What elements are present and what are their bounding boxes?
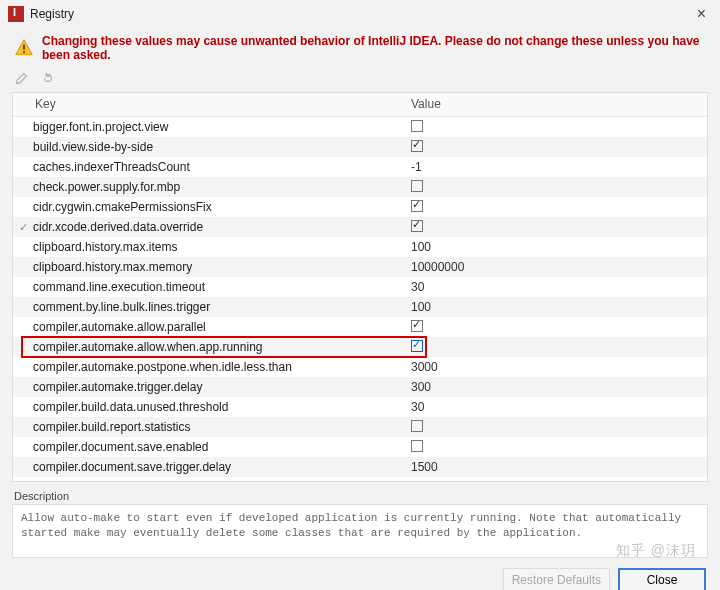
table-row[interactable]: clipboard.history.max.memory10000000 <box>13 257 707 277</box>
column-header-value[interactable]: Value <box>403 93 707 116</box>
table-header: Key Value <box>13 93 707 117</box>
dialog-footer: Restore Defaults Close <box>0 558 720 590</box>
row-value[interactable] <box>403 120 707 135</box>
row-key: cidr.cygwin.cmakePermissionsFix <box>33 200 403 214</box>
row-value[interactable]: 100 <box>403 300 707 314</box>
toolbar <box>0 66 720 92</box>
table-row[interactable]: build.view.side-by-side <box>13 137 707 157</box>
table-row[interactable]: compiler.build.data.unused.threshold30 <box>13 397 707 417</box>
close-button[interactable]: Close <box>618 568 706 590</box>
row-value[interactable]: 300000 <box>403 480 707 481</box>
table-row[interactable]: compiler.automake.allow.parallel <box>13 317 707 337</box>
row-key: compiler.automake.allow.parallel <box>33 320 403 334</box>
row-value[interactable]: 100 <box>403 240 707 254</box>
table-row[interactable]: clipboard.history.max.items100 <box>13 237 707 257</box>
table-row[interactable]: compiler.external.javac.keep.alive.timeo… <box>13 477 707 481</box>
description-label: Description <box>14 490 706 502</box>
row-key: compiler.build.data.unused.threshold <box>33 400 403 414</box>
warning-banner: Changing these values may cause unwanted… <box>0 28 720 66</box>
table-row[interactable]: compiler.automake.postpone.when.idle.les… <box>13 357 707 377</box>
row-value[interactable] <box>403 320 707 335</box>
row-value[interactable] <box>403 420 707 435</box>
registry-table: Key Value bigger.font.in.project.viewbui… <box>12 92 708 482</box>
row-key: command.line.execution.timeout <box>33 280 403 294</box>
row-key: compiler.automake.allow.when.app.running <box>33 340 403 354</box>
row-key: clipboard.history.max.items <box>33 240 403 254</box>
row-value[interactable]: 3000 <box>403 360 707 374</box>
table-row[interactable]: compiler.build.report.statistics <box>13 417 707 437</box>
table-body: bigger.font.in.project.viewbuild.view.si… <box>13 117 707 481</box>
table-row[interactable]: check.power.supply.for.mbp <box>13 177 707 197</box>
row-value[interactable]: 1500 <box>403 460 707 474</box>
checkbox[interactable] <box>411 140 423 152</box>
checkbox[interactable] <box>411 320 423 332</box>
checkbox[interactable] <box>411 200 423 212</box>
row-key: build.view.side-by-side <box>33 140 403 154</box>
table-row[interactable]: comment.by.line.bulk.lines.trigger100 <box>13 297 707 317</box>
row-key: compiler.external.javac.keep.alive.timeo… <box>33 480 403 481</box>
checkbox[interactable] <box>411 120 423 132</box>
row-value[interactable]: 30 <box>403 280 707 294</box>
checkbox[interactable] <box>411 220 423 232</box>
description-text: Allow auto-make to start even if develop… <box>12 504 708 558</box>
row-value[interactable] <box>403 180 707 195</box>
row-key: caches.indexerThreadsCount <box>33 160 403 174</box>
row-value[interactable] <box>403 140 707 155</box>
window-title: Registry <box>30 7 74 21</box>
row-key: check.power.supply.for.mbp <box>33 180 403 194</box>
restore-defaults-button[interactable]: Restore Defaults <box>503 568 610 590</box>
table-row[interactable]: cidr.cygwin.cmakePermissionsFix <box>13 197 707 217</box>
row-key: compiler.automake.trigger.delay <box>33 380 403 394</box>
table-row[interactable]: compiler.document.save.trigger.delay1500 <box>13 457 707 477</box>
row-value[interactable] <box>403 340 707 355</box>
row-key: compiler.document.save.trigger.delay <box>33 460 403 474</box>
table-row[interactable]: compiler.document.save.enabled <box>13 437 707 457</box>
row-key: compiler.build.report.statistics <box>33 420 403 434</box>
warning-icon <box>14 38 34 58</box>
checkbox[interactable] <box>411 180 423 192</box>
table-row[interactable]: caches.indexerThreadsCount-1 <box>13 157 707 177</box>
row-value[interactable]: 300 <box>403 380 707 394</box>
table-row[interactable]: bigger.font.in.project.view <box>13 117 707 137</box>
row-key: compiler.automake.postpone.when.idle.les… <box>33 360 403 374</box>
row-key: cidr.xcode.derived.data.override <box>33 220 403 234</box>
revert-icon[interactable] <box>40 70 56 86</box>
table-row[interactable]: ✓cidr.xcode.derived.data.override <box>13 217 707 237</box>
row-key: comment.by.line.bulk.lines.trigger <box>33 300 403 314</box>
checkbox[interactable] <box>411 440 423 452</box>
checkbox[interactable] <box>411 420 423 432</box>
checkbox[interactable] <box>411 340 423 352</box>
row-value[interactable] <box>403 440 707 455</box>
table-row[interactable]: command.line.execution.timeout30 <box>13 277 707 297</box>
row-value[interactable]: -1 <box>403 160 707 174</box>
row-value[interactable] <box>403 220 707 235</box>
edit-icon[interactable] <box>14 70 30 86</box>
app-icon <box>8 6 24 22</box>
row-key: bigger.font.in.project.view <box>33 120 403 134</box>
titlebar: Registry × <box>0 0 720 28</box>
window-close-button[interactable]: × <box>691 4 712 24</box>
modified-indicator: ✓ <box>13 221 33 234</box>
row-value[interactable]: 30 <box>403 400 707 414</box>
warning-text: Changing these values may cause unwanted… <box>42 34 706 62</box>
row-value[interactable] <box>403 200 707 215</box>
table-row[interactable]: compiler.automake.allow.when.app.running <box>13 337 707 357</box>
row-value[interactable]: 10000000 <box>403 260 707 274</box>
svg-rect-1 <box>23 51 25 53</box>
row-key: clipboard.history.max.memory <box>33 260 403 274</box>
table-row[interactable]: compiler.automake.trigger.delay300 <box>13 377 707 397</box>
svg-rect-0 <box>23 45 25 50</box>
column-header-key[interactable]: Key <box>13 93 403 116</box>
row-key: compiler.document.save.enabled <box>33 440 403 454</box>
